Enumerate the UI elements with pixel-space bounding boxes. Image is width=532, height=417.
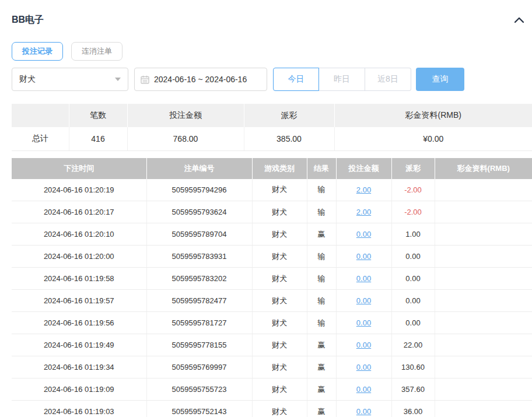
filter-bar: 财犬 2024-06-16 ~ 2024-06-16 今日 昨日 近8日 查询 — [12, 68, 532, 91]
cell-bet-amount: 0.00 — [336, 401, 391, 417]
cell-bonus — [435, 334, 532, 356]
bet-amount-link[interactable]: 0.00 — [356, 252, 371, 261]
cell-payout: 0.00 — [391, 290, 435, 312]
cell-game-type: 财犬 — [252, 401, 307, 417]
cell-payout: 22.00 — [391, 334, 435, 356]
cell-bet-amount: 0.00 — [336, 312, 391, 334]
summary-table: 笔数 投注金额 派彩 彩金资料(RMB) 总计 416 768.00 385.0… — [12, 104, 532, 151]
cell-bet-amount: 0.00 — [336, 246, 391, 268]
records-header-row: 下注时间 注单编号 游戏类别 结果 投注金额 派彩 彩金资料(RMB) — [12, 158, 532, 179]
summary-header-bet-amount: 投注金额 — [127, 104, 244, 127]
search-button[interactable]: 查询 — [416, 68, 464, 91]
cell-bonus — [435, 379, 532, 401]
cell-payout: 0.00 — [391, 268, 435, 290]
record-type-tabs: 投注记录 连消注单 — [12, 42, 532, 61]
cell-bet-amount: 0.00 — [336, 379, 391, 401]
bet-amount-link[interactable]: 0.00 — [356, 341, 371, 349]
bet-amount-link[interactable]: 0.00 — [356, 363, 371, 372]
cell-bonus — [435, 401, 532, 417]
bet-amount-link[interactable]: 0.00 — [356, 230, 371, 239]
header-order-no: 注单编号 — [146, 158, 252, 179]
table-row: 2024-06-16 01:19:575059595782477财犬输0.000… — [12, 290, 532, 312]
cell-bonus — [435, 246, 532, 268]
cell-game-type: 财犬 — [252, 201, 307, 223]
bet-amount-link[interactable]: 2.00 — [356, 185, 371, 194]
yesterday-button[interactable]: 昨日 — [319, 68, 365, 91]
cell-game-type: 财犬 — [252, 379, 307, 401]
date-range-picker[interactable]: 2024-06-16 ~ 2024-06-16 — [134, 68, 267, 91]
cell-bet-time: 2024-06-16 01:19:09 — [12, 379, 146, 401]
cell-bet-amount: 0.00 — [336, 223, 391, 246]
cell-order-no: 5059595752143 — [146, 401, 252, 417]
table-row: 2024-06-16 01:19:345059595769997财犬赢0.001… — [12, 356, 532, 379]
table-row: 2024-06-16 01:20:105059595789704财犬赢0.001… — [12, 223, 532, 246]
cell-payout: 0.00 — [391, 312, 435, 334]
cell-order-no: 5059595794296 — [146, 179, 252, 201]
summary-header-row: 笔数 投注金额 派彩 彩金资料(RMB) — [12, 104, 532, 127]
cell-bonus — [435, 312, 532, 334]
summary-header-blank — [12, 104, 69, 127]
cell-payout: 130.60 — [391, 356, 435, 379]
cell-order-no: 5059595782477 — [146, 290, 252, 312]
panel-header: BB电子 — [12, 13, 532, 27]
cell-result: 赢 — [307, 379, 336, 401]
cell-result: 赢 — [307, 356, 336, 379]
table-row: 2024-06-16 01:19:565059595781727财犬输0.000… — [12, 312, 532, 334]
cell-bet-time: 2024-06-16 01:19:03 — [12, 401, 146, 417]
collapse-button[interactable] — [512, 13, 526, 27]
last-8-days-button[interactable]: 近8日 — [365, 68, 411, 91]
header-bonus: 彩金资料(RMB) — [435, 158, 532, 179]
table-row: 2024-06-16 01:19:585059595783202财犬输0.000… — [12, 268, 532, 290]
cell-bet-amount: 0.00 — [336, 290, 391, 312]
cell-bet-time: 2024-06-16 01:19:56 — [12, 312, 146, 334]
cell-game-type: 财犬 — [252, 290, 307, 312]
cell-result: 输 — [307, 179, 336, 201]
cell-bet-amount: 0.00 — [336, 334, 391, 356]
game-select[interactable]: 财犬 — [12, 68, 128, 91]
cell-order-no: 5059595783202 — [146, 268, 252, 290]
cell-game-type: 财犬 — [252, 268, 307, 290]
bet-amount-link[interactable]: 0.00 — [356, 274, 371, 283]
cell-bet-time: 2024-06-16 01:20:00 — [12, 246, 146, 268]
header-bet-amount: 投注金额 — [336, 158, 391, 179]
bet-amount-link[interactable]: 0.00 — [356, 296, 371, 305]
bet-amount-link[interactable]: 0.00 — [356, 318, 371, 327]
chevron-down-icon — [115, 78, 121, 81]
tab-cancelled-bets[interactable]: 连消注单 — [71, 42, 123, 61]
cell-bonus — [435, 356, 532, 379]
cell-game-type: 财犬 — [252, 334, 307, 356]
today-button[interactable]: 今日 — [273, 68, 319, 91]
bet-records-table: 下注时间 注单编号 游戏类别 结果 投注金额 派彩 彩金资料(RMB) 2024… — [12, 158, 532, 417]
cell-result: 输 — [307, 268, 336, 290]
summary-total-count: 416 — [69, 127, 127, 150]
cell-result: 赢 — [307, 223, 336, 246]
cell-bet-amount: 0.00 — [336, 356, 391, 379]
tab-bet-records[interactable]: 投注记录 — [12, 42, 63, 61]
page-title: BB电子 — [12, 14, 44, 26]
bet-amount-link[interactable]: 2.00 — [356, 208, 371, 216]
bet-amount-link[interactable]: 0.00 — [356, 407, 371, 416]
cell-bet-time: 2024-06-16 01:19:49 — [12, 334, 146, 356]
cell-game-type: 财犬 — [252, 356, 307, 379]
cell-result: 输 — [307, 246, 336, 268]
cell-order-no: 5059595781727 — [146, 312, 252, 334]
cell-bet-time: 2024-06-16 01:19:57 — [12, 290, 146, 312]
chevron-up-icon — [514, 16, 524, 23]
cell-result: 输 — [307, 201, 336, 223]
cell-order-no: 5059595755723 — [146, 379, 252, 401]
bet-amount-link[interactable]: 0.00 — [356, 385, 371, 394]
cell-bet-time: 2024-06-16 01:20:19 — [12, 179, 146, 201]
cell-result: 赢 — [307, 401, 336, 417]
cell-game-type: 财犬 — [252, 246, 307, 268]
cell-result: 输 — [307, 312, 336, 334]
calendar-icon — [141, 75, 149, 84]
cell-bet-time: 2024-06-16 01:20:17 — [12, 201, 146, 223]
cell-bonus — [435, 201, 532, 223]
bet-records-panel: BB电子 投注记录 连消注单 财犬 2024-06-16 ~ 2024-06-1… — [0, 0, 532, 417]
summary-total-bonus: ¥0.00 — [334, 127, 532, 150]
table-row: 2024-06-16 01:19:035059595752143财犬赢0.003… — [12, 401, 532, 417]
cell-payout: -2.00 — [391, 179, 435, 201]
cell-payout: 0.00 — [391, 246, 435, 268]
cell-payout: 1.00 — [391, 223, 435, 246]
table-row: 2024-06-16 01:20:005059595783931财犬输0.000… — [12, 246, 532, 268]
